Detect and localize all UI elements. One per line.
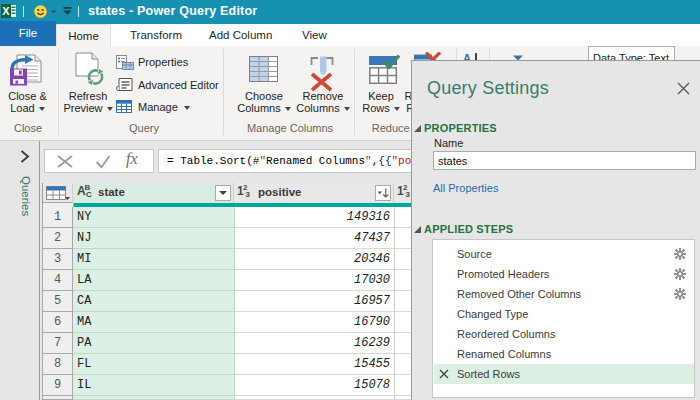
svg-text:X: X: [2, 5, 10, 17]
